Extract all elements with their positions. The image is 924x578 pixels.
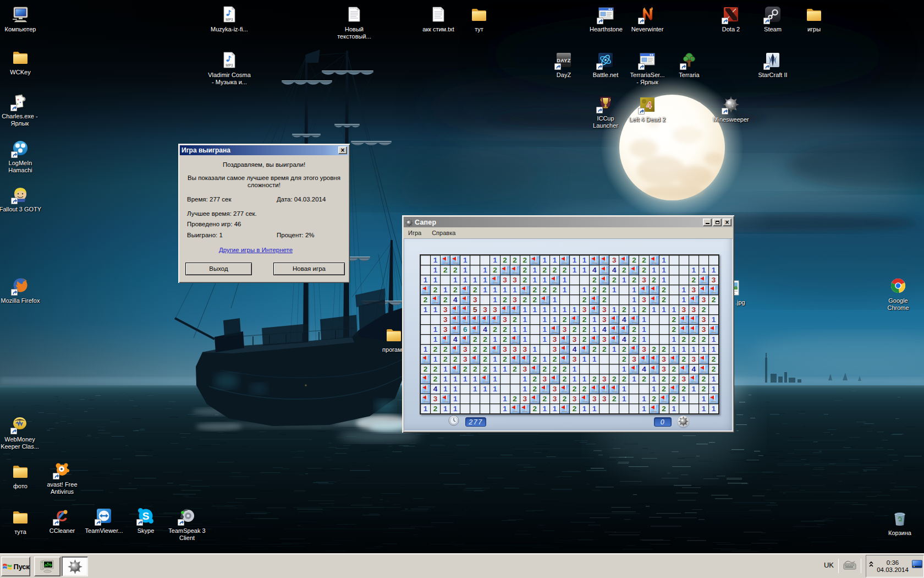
svg-text:MP3: MP3 [226,18,233,21]
svg-text:S: S [142,510,150,522]
svg-text:DAYZ: DAYZ [557,58,571,63]
svg-text:4: 4 [646,100,652,111]
svg-text:MP3: MP3 [226,63,233,67]
